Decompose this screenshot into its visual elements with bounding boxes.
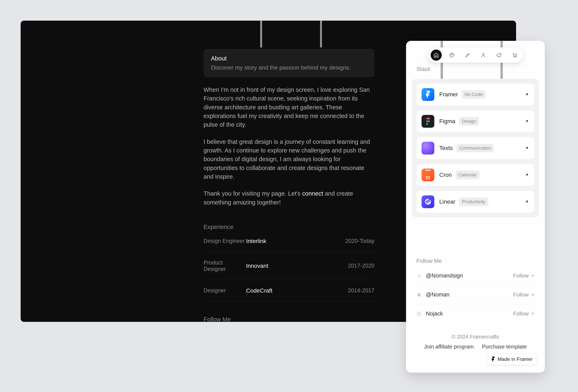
experience-row: Designer CodeCraft 2014-2017 xyxy=(203,280,375,302)
stack-item-name: Framer xyxy=(439,91,458,98)
nav-cart[interactable] xyxy=(509,49,520,61)
texts-app-icon xyxy=(422,142,434,155)
arrow-up-right-icon xyxy=(531,274,534,278)
follow-handle: Nojack xyxy=(426,310,443,317)
experience-company: CodeCraft xyxy=(246,287,273,294)
connect-link[interactable]: connect xyxy=(302,190,323,197)
stack-item-linear[interactable]: Linear Productivity xyxy=(416,191,534,213)
stack-item-tag: Communication xyxy=(456,144,494,152)
svg-point-4 xyxy=(482,53,484,55)
framer-logo-icon xyxy=(491,356,495,362)
experience-row: Product Designer Innovant 2017-2020 xyxy=(203,252,375,280)
footer: © 2024 Framercrafts Join affiliate progr… xyxy=(406,334,545,350)
cron-date-badge: 31 xyxy=(426,175,431,180)
stack-item-name: Figma xyxy=(439,118,455,125)
experience-company: Interlink xyxy=(246,238,266,245)
experience-company: Innovant xyxy=(246,263,268,269)
follow-handle: @Noman xyxy=(426,292,449,298)
cube-icon xyxy=(416,292,422,298)
light-follow-section: Follow Me @Nomandsign Follow @Noman Foll… xyxy=(416,258,534,323)
experience-heading: Experience xyxy=(203,224,375,230)
nav-home[interactable] xyxy=(431,49,442,61)
stack-item-cron[interactable]: 31 Cron Calendar xyxy=(416,164,534,186)
framer-app-icon xyxy=(422,88,434,101)
about-card: About Discover my story and the passion … xyxy=(203,49,375,77)
stack-heading: Stack xyxy=(416,66,431,72)
stack-item-texts[interactable]: Texts Communication xyxy=(416,137,534,159)
experience-years: 2014-2017 xyxy=(348,287,375,294)
experience-row: Design Engineer Interlink 2020-Today xyxy=(203,230,375,252)
light-preview-panel: Stack Framer No-Code Figma Design Texts xyxy=(406,41,545,373)
about-title: About xyxy=(211,55,367,62)
user-icon xyxy=(481,52,486,58)
svg-point-10 xyxy=(428,121,430,122)
follow-heading: Follow Me xyxy=(416,258,534,264)
follow-button[interactable]: Follow xyxy=(513,272,534,279)
arrow-up-right-icon xyxy=(531,293,534,297)
svg-point-9 xyxy=(426,121,428,122)
footer-links: Join affiliate program Purchase template xyxy=(424,344,527,350)
made-in-framer-label: Made in Framer xyxy=(498,356,532,362)
arrow-up-right-icon xyxy=(524,173,529,177)
svg-point-7 xyxy=(426,118,428,120)
nav-send[interactable] xyxy=(493,49,505,61)
experience-years: 2017-2020 xyxy=(348,263,375,269)
experience-years: 2020-Today xyxy=(345,238,375,244)
svg-point-1 xyxy=(451,55,451,55)
footer-link-affiliate[interactable]: Join affiliate program xyxy=(424,344,474,350)
experience-role: Design Engineer xyxy=(203,238,246,244)
stack-item-tag: Design xyxy=(459,117,479,126)
stack-item-name: Linear xyxy=(439,198,455,205)
svg-point-6 xyxy=(516,56,516,57)
figma-app-icon xyxy=(422,115,434,128)
about-paragraph-3: Thank you for visiting my page. Let's co… xyxy=(203,189,375,207)
stack-item-name: Cron xyxy=(439,172,452,178)
experience-role: Product Designer xyxy=(203,260,246,272)
about-section: About Discover my story and the passion … xyxy=(203,21,375,322)
stack-item-name: Texts xyxy=(439,145,453,151)
follow-button[interactable]: Follow xyxy=(513,292,534,298)
footer-copyright: © 2024 Framercrafts xyxy=(452,334,499,340)
svg-point-5 xyxy=(514,56,514,57)
stack-item-tag: Calendar xyxy=(456,171,480,179)
stack-item-tag: Productivity xyxy=(459,197,488,206)
floating-nav xyxy=(428,47,523,63)
nav-user[interactable] xyxy=(478,49,489,61)
stack-item-framer[interactable]: Framer No-Code xyxy=(416,83,534,106)
about-paragraph-2: I believe that great design is a journey… xyxy=(203,137,375,181)
x-icon xyxy=(416,273,422,278)
svg-rect-8 xyxy=(428,118,430,120)
send-icon xyxy=(496,52,502,58)
svg-point-2 xyxy=(451,54,452,54)
svg-point-11 xyxy=(426,123,428,125)
arrow-up-right-icon xyxy=(524,92,529,97)
follow-row-x[interactable]: @Nomandsign Follow xyxy=(416,266,534,285)
stack-item-figma[interactable]: Figma Design xyxy=(416,110,534,132)
stack-item-tag: No-Code xyxy=(462,90,485,99)
made-in-framer-badge[interactable]: Made in Framer xyxy=(487,354,537,365)
pencil-icon xyxy=(465,52,470,58)
arrow-up-right-icon xyxy=(524,199,529,204)
footer-link-purchase[interactable]: Purchase template xyxy=(482,344,527,350)
experience-role: Designer xyxy=(203,287,246,294)
cart-icon xyxy=(512,52,517,58)
follow-row-cube[interactable]: @Noman Follow xyxy=(416,285,534,304)
svg-rect-12 xyxy=(425,170,431,171)
nav-palette[interactable] xyxy=(446,49,457,61)
arrow-up-right-icon xyxy=(524,146,529,151)
arrow-up-right-icon xyxy=(531,312,534,316)
home-icon xyxy=(434,52,439,58)
follow-button[interactable]: Follow xyxy=(513,310,534,317)
svg-point-3 xyxy=(452,54,453,55)
stack-card: Framer No-Code Figma Design Texts Commun… xyxy=(412,79,539,218)
dribbble-icon xyxy=(416,311,422,316)
palette-icon xyxy=(449,52,455,58)
cron-app-icon: 31 xyxy=(422,169,434,181)
follow-label: Follow xyxy=(513,292,529,298)
follow-row-dribbble[interactable]: Nojack Follow xyxy=(416,304,534,323)
follow-label: Follow xyxy=(513,310,529,317)
nav-pencil[interactable] xyxy=(462,49,473,61)
follow-heading: Follow Me xyxy=(203,316,375,322)
arrow-up-right-icon xyxy=(524,119,529,124)
about-subtitle: Discover my story and the passion behind… xyxy=(211,64,367,71)
